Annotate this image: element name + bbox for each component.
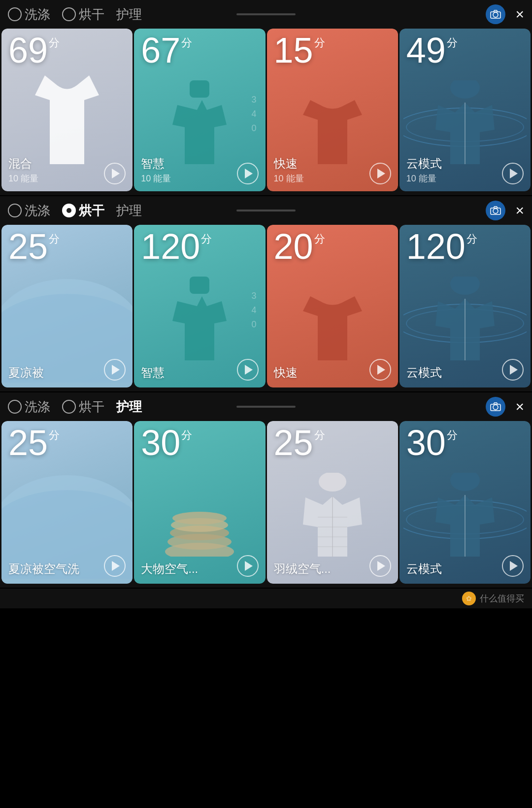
nav-tab-label: 洗涤 — [25, 398, 50, 416]
card-label-area: 云模式 — [406, 561, 442, 577]
card-label: 羽绒空气... — [274, 561, 331, 577]
close-button[interactable]: × — [515, 7, 524, 22]
card-sublabel: 10 能量 — [141, 173, 171, 184]
card-time: 49 分 — [406, 35, 524, 67]
card-time-unit: 分 — [314, 234, 325, 245]
nav-center-line — [236, 13, 296, 15]
card-label: 夏凉被空气洗 — [8, 561, 79, 577]
card-time-number: 30 — [141, 427, 180, 459]
nav-tab-wash[interactable]: 洗涤 — [8, 6, 50, 23]
nav-tab-dry[interactable]: 烘干 — [62, 398, 104, 416]
card-content: 69 分 混合 10 能量 — [1, 29, 133, 191]
card-label: 智慧 — [141, 156, 171, 172]
nav-tab-dry[interactable]: 烘干 — [62, 6, 104, 23]
nav-tab-care[interactable]: 护理 — [116, 6, 142, 23]
card-content: 30 分 云模式 — [399, 421, 531, 584]
nav-tab-label: 洗涤 — [25, 6, 50, 23]
card-cloud-2[interactable]: 120 分 云模式 — [399, 225, 531, 387]
camera-button[interactable] — [486, 397, 505, 417]
card-label-area: 云模式 — [406, 365, 442, 381]
play-button[interactable] — [502, 163, 524, 184]
card-time-number: 20 — [274, 231, 313, 263]
card-label-area: 大物空气... — [141, 561, 198, 577]
nav-tab-label: 烘干 — [79, 398, 104, 416]
play-button[interactable] — [369, 555, 391, 577]
card-label-area: 云模式 10 能量 — [406, 156, 442, 184]
card-content: 49 分 云模式 10 能量 — [399, 29, 531, 191]
card-time: 25 分 — [8, 231, 126, 263]
play-button[interactable] — [237, 359, 259, 381]
nav-tab-label: 烘干 — [79, 6, 104, 23]
card-content: 67 分 智慧 10 能量 — [134, 29, 265, 191]
card-time-number: 67 — [141, 35, 180, 67]
card-content: 120 分 智慧 — [134, 225, 265, 387]
card-time-unit: 分 — [447, 37, 458, 48]
card-cloud-3[interactable]: 30 分 云模式 — [399, 421, 531, 584]
play-button[interactable] — [502, 359, 524, 381]
nav-tab-care[interactable]: 护理 — [116, 202, 142, 219]
card-footer: 羽绒空气... — [274, 555, 391, 577]
play-button[interactable] — [104, 555, 126, 577]
nav-tab-wash[interactable]: 洗涤 — [8, 202, 50, 219]
card-content: 25 分 夏凉被空气洗 — [1, 421, 133, 584]
card-time-number: 25 — [8, 427, 48, 459]
nav-tab-wash[interactable]: 洗涤 — [8, 398, 50, 416]
card-label: 夏凉被 — [8, 365, 44, 381]
play-button[interactable] — [369, 359, 391, 381]
card-label: 大物空气... — [141, 561, 198, 577]
card-bulk-air[interactable]: 30 分 大物空气... — [134, 421, 265, 584]
card-time-number: 120 — [141, 231, 200, 263]
card-mix[interactable]: 69 分 混合 10 能量 — [1, 29, 133, 191]
nav-tab-label: 护理 — [116, 202, 142, 219]
card-sublabel: 10 能量 — [406, 173, 442, 184]
card-time-unit: 分 — [49, 234, 60, 245]
card-smart-2[interactable]: 340 120 分 智慧 — [134, 225, 265, 387]
card-content: 20 分 快速 — [267, 225, 398, 387]
card-time: 30 分 — [141, 427, 258, 459]
card-summer-air[interactable]: 25 分 夏凉被空气洗 — [1, 421, 133, 584]
card-smart-1[interactable]: 340 67 分 智慧 10 能量 — [134, 29, 265, 191]
nav-tab-dry[interactable]: 烘干 — [62, 202, 104, 219]
card-time: 25 分 — [8, 427, 126, 459]
play-button[interactable] — [237, 555, 259, 577]
card-cloud-1[interactable]: 49 分 云模式 10 能量 — [399, 29, 531, 191]
card-fast-2[interactable]: 20 分 快速 — [267, 225, 398, 387]
nav-section-care: 洗涤烘干护理× — [0, 392, 532, 421]
card-footer: 夏凉被 — [8, 359, 126, 381]
play-button[interactable] — [502, 555, 524, 577]
card-footer: 大物空气... — [141, 555, 258, 577]
card-fast-1[interactable]: 15 分 快速 10 能量 — [267, 29, 398, 191]
card-summer-blanket[interactable]: 25 分 夏凉被 — [1, 225, 133, 387]
card-time-number: 120 — [406, 231, 466, 263]
play-button[interactable] — [104, 359, 126, 381]
card-content: 30 分 大物空气... — [134, 421, 265, 584]
card-time-unit: 分 — [49, 37, 60, 48]
play-button[interactable] — [369, 163, 391, 184]
card-footer: 快速 10 能量 — [274, 156, 391, 184]
card-down-air[interactable]: 25 分 羽绒空气... — [267, 421, 398, 584]
play-button[interactable] — [237, 163, 259, 184]
close-button[interactable]: × — [515, 203, 524, 218]
play-button[interactable] — [104, 163, 126, 184]
card-footer: 智慧 10 能量 — [141, 156, 258, 184]
nav-icon-outline — [8, 7, 22, 21]
card-time: 25 分 — [274, 427, 391, 459]
card-time-number: 49 — [406, 35, 446, 67]
nav-center-line — [236, 406, 296, 408]
card-label: 快速 — [274, 365, 298, 381]
nav-icon-outline — [62, 7, 76, 21]
camera-button[interactable] — [486, 201, 505, 220]
nav-tab-label: 护理 — [116, 6, 142, 23]
camera-button[interactable] — [486, 4, 505, 24]
card-time-unit: 分 — [181, 430, 192, 441]
card-footer: 夏凉被空气洗 — [8, 555, 126, 577]
nav-tab-care[interactable]: 护理 — [116, 398, 142, 416]
card-time: 69 分 — [8, 35, 126, 67]
card-time-unit: 分 — [314, 430, 325, 441]
cards-grid: 25 分 夏凉被空气洗 30 分 大物空气... — [0, 421, 532, 584]
card-label: 智慧 — [141, 365, 165, 381]
nav-section-dry: 洗涤烘干护理× — [0, 196, 532, 225]
card-time-unit: 分 — [181, 37, 192, 48]
close-button[interactable]: × — [515, 399, 524, 414]
svg-point-5 — [493, 209, 498, 213]
